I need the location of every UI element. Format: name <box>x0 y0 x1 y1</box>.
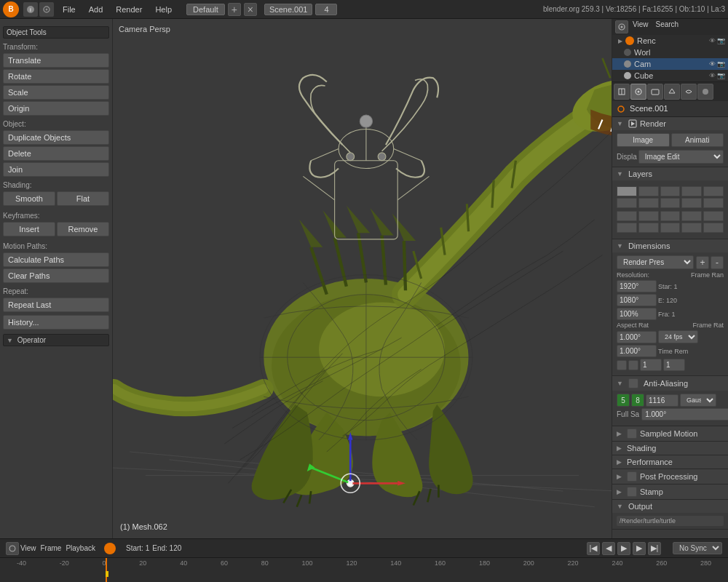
timeline-view-menu[interactable]: View <box>20 544 36 552</box>
smooth-button[interactable]: Smooth <box>3 191 55 206</box>
translate-button[interactable]: Translate <box>3 53 109 68</box>
workspace-selector[interactable]: Default <box>186 4 225 15</box>
output-section-header[interactable]: ▼ Output <box>612 500 728 513</box>
renc-visibility[interactable]: 👁 <box>709 37 716 44</box>
rotate-button[interactable]: Rotate <box>3 69 109 84</box>
cube-visibility[interactable]: 👁 <box>709 72 716 79</box>
scale-button[interactable]: Scale <box>3 85 109 100</box>
percent-input[interactable] <box>617 308 657 320</box>
layer-6[interactable] <box>617 198 637 208</box>
insert-keyframe-button[interactable]: Insert <box>3 222 55 236</box>
layer-9[interactable] <box>681 198 702 208</box>
timeline-frame-menu[interactable]: Frame <box>41 544 62 552</box>
info-icon[interactable]: i <box>23 2 38 17</box>
cam-visibility[interactable]: 👁 <box>709 60 716 68</box>
history-button[interactable]: History... <box>3 315 109 330</box>
shading-section-header[interactable]: ▶ Shading <box>612 442 728 455</box>
add-workspace-btn[interactable]: + <box>228 3 241 16</box>
stamp-section-header[interactable]: ▶ Stamp <box>612 485 728 499</box>
width-input[interactable] <box>617 280 657 292</box>
animation-render-btn[interactable]: Animati <box>671 133 724 147</box>
timeline-track[interactable]: -40 -20 0 20 40 60 80 100 120 140 160 18… <box>0 558 728 582</box>
render-preset-dropdown[interactable]: Render Pres <box>617 255 694 269</box>
menu-render[interactable]: Render <box>110 4 148 15</box>
search-btn-right[interactable]: Search <box>653 20 682 33</box>
time-rem-val2[interactable] <box>663 359 685 371</box>
viewport[interactable]: Camera Persp <box>113 19 612 538</box>
origin-button[interactable]: Origin <box>3 101 109 116</box>
stamp-checkbox[interactable] <box>627 487 637 497</box>
render-props-icon[interactable] <box>614 84 630 100</box>
cube-render[interactable]: 📷 <box>717 72 725 79</box>
layer-17[interactable] <box>638 223 659 233</box>
render-section-header[interactable]: ▼ Render <box>612 117 728 130</box>
layer-14[interactable] <box>681 211 702 221</box>
timeline-playback-menu[interactable]: Playback <box>66 544 95 552</box>
layer-7[interactable] <box>638 198 659 208</box>
dimensions-section-header[interactable]: ▼ Dimensions <box>612 239 728 252</box>
outliner-row-world[interactable]: Worl <box>612 47 728 58</box>
outliner-row-renc[interactable]: ▶ Renc 👁 📷 <box>612 35 728 47</box>
time-rem-check2[interactable] <box>628 360 638 370</box>
layer-13[interactable] <box>660 211 681 221</box>
layer-1[interactable] <box>617 186 637 196</box>
clear-paths-button[interactable]: Clear Paths <box>3 268 109 283</box>
join-button[interactable]: Join <box>3 162 109 177</box>
height-input[interactable] <box>617 294 657 306</box>
preset-add-btn[interactable]: + <box>696 256 709 269</box>
sampled-motion-checkbox[interactable] <box>627 428 637 439</box>
aa-checkbox[interactable] <box>628 378 638 388</box>
timeline-view-btn[interactable] <box>6 542 19 555</box>
sync-dropdown[interactable]: No Sync <box>673 542 722 554</box>
menu-add[interactable]: Add <box>83 4 109 15</box>
scene-name-top[interactable]: Scene.001 <box>264 4 313 15</box>
close-workspace-btn[interactable]: × <box>244 3 257 16</box>
aa-samples-input[interactable] <box>646 394 678 407</box>
menu-help[interactable]: Help <box>149 4 178 15</box>
display-dropdown[interactable]: Image Edit <box>638 150 724 164</box>
time-rem-check1[interactable] <box>617 360 627 370</box>
menu-file[interactable]: File <box>57 4 82 15</box>
aa-section-header[interactable]: ▼ Anti-Aliasing <box>612 376 728 391</box>
aa-val-8[interactable]: 8 <box>631 394 644 407</box>
cam-render[interactable]: 📷 <box>717 60 725 68</box>
layer-15[interactable] <box>703 211 724 221</box>
scene-props-icon[interactable] <box>630 84 646 100</box>
object-props-icon[interactable] <box>664 84 680 100</box>
performance-section-header[interactable]: ▶ Performance <box>612 455 728 469</box>
flat-button[interactable]: Flat <box>57 191 109 206</box>
view-menu[interactable]: View <box>630 20 652 33</box>
layer-4[interactable] <box>681 186 702 196</box>
outliner-row-cube[interactable]: Cube 👁 📷 <box>612 70 728 81</box>
delete-button[interactable]: Delete <box>3 146 109 161</box>
preset-remove-btn[interactable]: - <box>711 256 724 269</box>
fps-dropdown[interactable]: 24 fps <box>658 330 698 343</box>
layer-20[interactable] <box>703 223 724 233</box>
next-frame-btn[interactable]: ▶ <box>633 542 646 555</box>
material-icon[interactable] <box>697 84 713 100</box>
aspect-y-input[interactable] <box>617 345 657 357</box>
skip-end-btn[interactable]: ▶| <box>648 542 661 555</box>
outliner-row-cam[interactable]: Cam 👁 📷 <box>612 58 728 70</box>
full-sample-input[interactable] <box>641 408 728 420</box>
sampled-motion-section[interactable]: ▶ Sampled Motion <box>612 426 728 442</box>
layer-10[interactable] <box>703 198 724 208</box>
layer-5[interactable] <box>703 186 724 196</box>
frame-number[interactable]: 4 <box>315 4 337 15</box>
time-rem-val1[interactable] <box>640 359 662 371</box>
prev-frame-btn[interactable]: ◀ <box>602 542 615 555</box>
remove-keyframe-button[interactable]: Remove <box>57 222 109 236</box>
skip-start-btn[interactable]: |◀ <box>587 542 600 555</box>
layer-18[interactable] <box>660 223 681 233</box>
post-processing-section[interactable]: ▶ Post Processing <box>612 469 728 485</box>
aa-method-dropdown[interactable]: Gaussi <box>680 394 716 407</box>
repeat-last-button[interactable]: Repeat Last <box>3 298 109 312</box>
play-btn[interactable]: ▶ <box>617 542 630 555</box>
layer-3[interactable] <box>660 186 681 196</box>
modifier-icon[interactable] <box>681 84 697 100</box>
aa-val-5[interactable]: 5 <box>617 394 630 407</box>
settings-icon[interactable] <box>39 2 54 17</box>
layers-section-header[interactable]: ▼ Layers <box>612 167 728 180</box>
layer-2[interactable] <box>638 186 659 196</box>
playback-indicator[interactable] <box>104 543 116 554</box>
